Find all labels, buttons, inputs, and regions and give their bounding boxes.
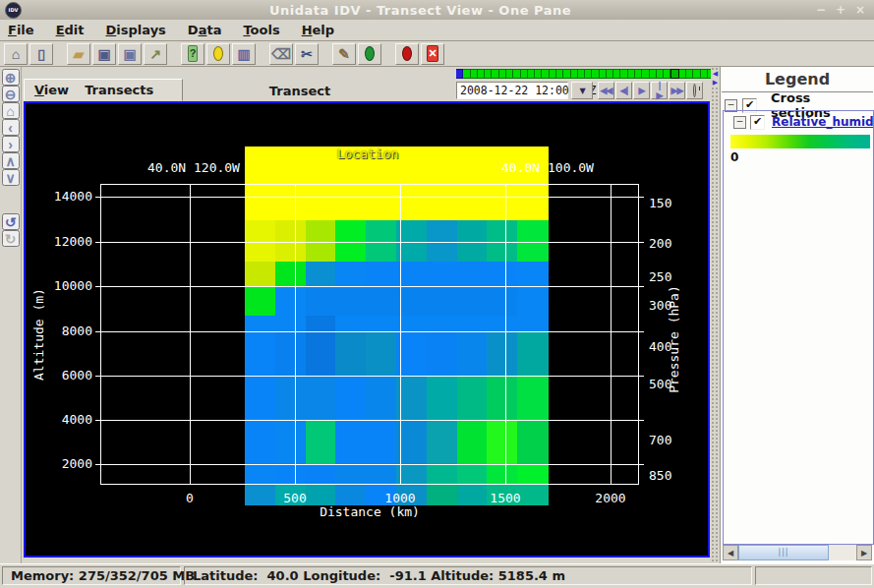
time-step-cell[interactable] bbox=[628, 69, 635, 79]
time-dropdown-button[interactable]: ▼ bbox=[571, 82, 593, 99]
globe-button[interactable] bbox=[358, 43, 381, 65]
pan-left-button[interactable]: ‹ bbox=[2, 119, 20, 136]
animation-properties-button[interactable] bbox=[686, 82, 703, 99]
menu-data[interactable]: Data bbox=[188, 23, 222, 37]
time-step-cell[interactable] bbox=[635, 69, 642, 79]
time-step-cell[interactable] bbox=[585, 69, 592, 79]
time-step-cell[interactable] bbox=[521, 69, 528, 79]
show-dashboard-button[interactable]: ⌂ bbox=[4, 43, 28, 65]
time-step-cell[interactable] bbox=[607, 69, 613, 79]
go-to-start-button[interactable]: ◀◀ bbox=[598, 82, 614, 99]
home-view-button[interactable]: ⌂ bbox=[2, 102, 20, 119]
time-step-cell[interactable] bbox=[592, 69, 599, 79]
panel-splitter[interactable]: ◀ ▶ bbox=[711, 67, 720, 563]
time-step-cell[interactable] bbox=[670, 69, 678, 79]
time-step-cell[interactable] bbox=[499, 69, 506, 79]
pan-down-button[interactable]: ∨ bbox=[2, 169, 20, 186]
menu-tools[interactable]: Tools bbox=[243, 23, 279, 37]
time-step-cell[interactable] bbox=[642, 69, 649, 79]
time-step-cell[interactable] bbox=[535, 69, 542, 79]
time-step-cell[interactable] bbox=[578, 69, 585, 79]
save-button[interactable]: ▣ bbox=[92, 43, 116, 65]
time-step-cell[interactable] bbox=[528, 69, 535, 79]
time-step-cell[interactable] bbox=[492, 69, 498, 79]
legend-panel: Legend − ✔ Cross sections − ✔ Relative_h… bbox=[720, 67, 874, 563]
export-button[interactable]: ↗ bbox=[144, 43, 167, 65]
close-button[interactable]: × bbox=[852, 3, 868, 17]
pan-up-button[interactable]: ∧ bbox=[2, 152, 20, 169]
maximize-button[interactable]: + bbox=[833, 3, 848, 17]
y-left-axis-title: Altitude (m) bbox=[32, 265, 46, 403]
field-selector-button[interactable]: ? bbox=[181, 43, 204, 65]
play-button[interactable]: ▶ bbox=[633, 82, 650, 99]
time-step-cell[interactable] bbox=[686, 69, 693, 79]
time-step-cell[interactable] bbox=[664, 69, 670, 79]
time-step-cell[interactable] bbox=[456, 69, 463, 79]
splitter-collapse-left-icon[interactable]: ◀ bbox=[713, 71, 718, 78]
menu-transects[interactable]: Transects bbox=[85, 83, 153, 97]
step-forward-button[interactable]: |▶ bbox=[651, 82, 668, 99]
time-step-cell[interactable] bbox=[650, 69, 657, 79]
open-file-button[interactable]: ▰ bbox=[67, 43, 90, 65]
pan-right-button[interactable]: › bbox=[2, 136, 20, 152]
humidity-display-link[interactable]: Relative_humidity -_ bbox=[772, 115, 873, 129]
tips-button[interactable] bbox=[206, 43, 230, 65]
stop-loads-button[interactable] bbox=[395, 43, 419, 65]
time-step-strip[interactable] bbox=[456, 69, 715, 79]
time-step-cell[interactable] bbox=[550, 69, 556, 79]
transect-plot[interactable]: 1400012000100008000600040002000150200250… bbox=[26, 103, 708, 556]
time-step-cell[interactable] bbox=[513, 69, 520, 79]
go-to-end-button[interactable]: ▶▶ bbox=[669, 82, 685, 99]
cut-button[interactable]: ✂ bbox=[295, 43, 319, 65]
redo-button[interactable]: ↻ bbox=[2, 230, 20, 247]
new-display-button[interactable]: ▯ bbox=[29, 43, 53, 65]
zoom-out-button[interactable]: ⊖ bbox=[2, 86, 20, 102]
animation-controls: ◀◀◀|▶|▶▶▶ bbox=[598, 82, 703, 99]
x-tick-label: 500 bbox=[265, 491, 324, 505]
zoom-out-icon: ⊖ bbox=[5, 87, 17, 102]
time-step-cell[interactable] bbox=[693, 69, 700, 79]
scrollbar-thumb[interactable]: ||| bbox=[738, 545, 829, 560]
time-step-cell[interactable] bbox=[563, 69, 570, 79]
tick-mark bbox=[639, 464, 644, 465]
time-step-cell[interactable] bbox=[542, 69, 549, 79]
time-step-cell[interactable] bbox=[613, 69, 620, 79]
menu-view[interactable]: View bbox=[34, 83, 69, 97]
menu-edit[interactable]: Edit bbox=[56, 23, 85, 37]
time-step-cell[interactable] bbox=[600, 69, 607, 79]
save-as-button[interactable]: ▣ bbox=[118, 43, 142, 65]
time-step-cell[interactable] bbox=[571, 69, 578, 79]
time-step-cell[interactable] bbox=[556, 69, 563, 79]
minimize-button[interactable]: − bbox=[813, 3, 829, 17]
time-step-cell[interactable] bbox=[485, 69, 492, 79]
scroll-left-icon[interactable]: ◀ bbox=[723, 545, 738, 560]
time-step-cell[interactable] bbox=[620, 69, 627, 79]
step-back-button[interactable]: ◀| bbox=[615, 82, 632, 99]
y-right-tick-label: 700 bbox=[649, 433, 698, 447]
legend-scrollbar[interactable]: ◀ ||| ▶ bbox=[723, 545, 872, 560]
heatmap-cell bbox=[335, 485, 366, 505]
menu-help[interactable]: Help bbox=[302, 23, 334, 37]
cancel-button[interactable]: ✕ bbox=[421, 43, 444, 65]
scroll-right-icon[interactable]: ▶ bbox=[856, 545, 872, 560]
menu-file[interactable]: File bbox=[8, 23, 34, 37]
humidity-colorbar[interactable] bbox=[730, 135, 870, 148]
time-step-cell[interactable] bbox=[471, 69, 478, 79]
humidity-checkbox[interactable]: ✔ bbox=[750, 115, 765, 130]
splitter-expand-right-icon[interactable]: ▶ bbox=[713, 80, 718, 87]
menu-displays[interactable]: Displays bbox=[106, 23, 166, 37]
time-step-cell[interactable] bbox=[701, 69, 708, 79]
time-value-field[interactable]: 2008-12-22 12:00:00Z bbox=[456, 82, 568, 99]
time-step-cell[interactable] bbox=[679, 69, 686, 79]
collapse-icon[interactable]: − bbox=[733, 116, 746, 129]
undo-button[interactable]: ↺ bbox=[2, 213, 20, 230]
zoom-in-button[interactable]: ⊕ bbox=[2, 69, 20, 86]
time-step-cell[interactable] bbox=[463, 69, 470, 79]
erase-displays-button[interactable]: ⌫ bbox=[269, 43, 293, 65]
scrollbar-track[interactable]: ||| bbox=[738, 545, 856, 560]
drawing-button[interactable]: ✎ bbox=[332, 43, 356, 65]
time-step-cell[interactable] bbox=[657, 69, 664, 79]
time-step-cell[interactable] bbox=[478, 69, 485, 79]
time-step-cell[interactable] bbox=[506, 69, 513, 79]
dashboard-window-button[interactable]: ▥ bbox=[232, 43, 256, 65]
